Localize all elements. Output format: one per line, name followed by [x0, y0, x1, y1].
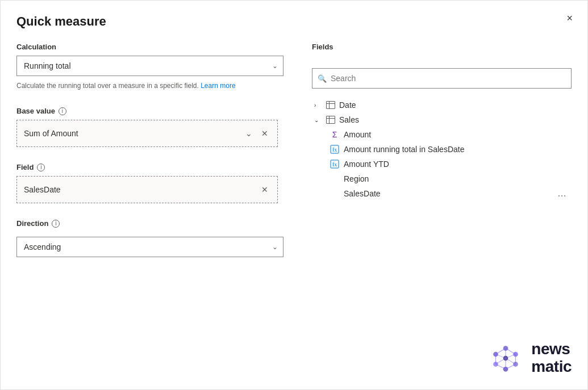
- region-spacer-icon: [330, 174, 339, 183]
- field-value-text: SalesDate: [24, 185, 255, 194]
- direction-info-icon: i: [52, 220, 60, 228]
- logo-text: news matic: [531, 341, 572, 376]
- field-clear-btn[interactable]: ✕: [259, 184, 270, 195]
- calculation-description: Calculate the running total over a measu…: [16, 81, 283, 91]
- svg-text:fx: fx: [332, 146, 337, 153]
- direction-label: Direction: [16, 219, 48, 228]
- direction-label-row: Direction i: [16, 219, 283, 232]
- sales-expand-icon[interactable]: ⌄: [314, 117, 322, 123]
- base-value-input-wrapper: Sum of Amount ⌄ ✕: [16, 120, 278, 147]
- tree-container: › Date ⌄: [312, 98, 572, 201]
- svg-text:fx: fx: [332, 161, 337, 167]
- base-value-label-row: Base value i: [16, 107, 283, 115]
- base-value-chevron-btn[interactable]: ⌄: [243, 128, 255, 139]
- calculation-select[interactable]: Running total Weighted average Maximum M…: [16, 56, 283, 76]
- region-label: Region: [344, 174, 569, 183]
- svg-line-22: [496, 349, 506, 355]
- calculation-label: Calculation: [16, 43, 283, 51]
- salesdate-spacer-icon: [330, 189, 339, 198]
- sales-children: Σ Amount fx Amount running total in Sale…: [312, 127, 572, 201]
- svg-rect-3: [327, 116, 335, 124]
- logo-hexagon: [486, 338, 526, 378]
- search-wrapper: 🔍: [312, 68, 572, 89]
- sales-table-icon: [326, 115, 336, 124]
- sales-label: Sales: [339, 115, 359, 124]
- base-value-info-icon: i: [59, 107, 66, 115]
- salesdate-label: SalesDate: [344, 189, 551, 198]
- logo-news: news: [531, 341, 572, 358]
- salesdate-more-btn[interactable]: …: [555, 189, 569, 198]
- quick-measure-dialog: × Quick measure Calculation Running tota…: [0, 0, 588, 390]
- base-value-clear-btn[interactable]: ✕: [259, 128, 270, 139]
- sigma-icon-amount: Σ: [330, 130, 339, 139]
- date-table-icon: [326, 100, 336, 110]
- direction-section: Direction i Ascending Descending ⌄: [16, 219, 283, 257]
- tree-child-amount[interactable]: Σ Amount: [328, 127, 572, 142]
- tree-child-region[interactable]: Region: [328, 171, 572, 186]
- svg-line-20: [496, 364, 506, 370]
- field-section: Field i SalesDate ✕: [16, 163, 283, 203]
- calc-icon-running: fx: [330, 145, 339, 154]
- svg-line-25: [506, 358, 516, 364]
- calculation-select-wrapper: Running total Weighted average Maximum M…: [16, 56, 283, 76]
- direction-select[interactable]: Ascending Descending: [16, 237, 283, 257]
- svg-rect-0: [327, 102, 335, 109]
- base-value-section: Base value i Sum of Amount ⌄ ✕: [16, 107, 283, 147]
- amount-ytd-label: Amount YTD: [344, 160, 569, 169]
- svg-line-27: [496, 358, 506, 364]
- amount-running-label: Amount running total in SalesDate: [344, 145, 569, 154]
- field-label-row: Field i: [16, 163, 283, 171]
- field-input-wrapper: SalesDate ✕: [16, 176, 278, 203]
- tree-item-date[interactable]: › Date: [312, 98, 572, 112]
- base-value-label: Base value: [16, 107, 55, 115]
- logo-area: news matic: [486, 338, 572, 378]
- dialog-title: Quick measure: [16, 14, 572, 29]
- tree-item-sales[interactable]: ⌄ Sales: [312, 112, 572, 127]
- calc-icon-ytd: fx: [330, 160, 339, 169]
- field-label: Field: [16, 163, 34, 171]
- svg-line-19: [506, 364, 516, 370]
- search-input[interactable]: [312, 68, 572, 89]
- learn-more-link[interactable]: Learn more: [201, 82, 235, 90]
- close-button[interactable]: ×: [563, 11, 576, 26]
- logo-matic: matic: [531, 358, 572, 376]
- search-icon: 🔍: [318, 74, 327, 83]
- content-area: Calculation Running total Weighted avera…: [16, 43, 572, 376]
- left-panel: Calculation Running total Weighted avera…: [16, 43, 306, 376]
- fields-label: Fields: [312, 43, 572, 51]
- tree-child-amount-running[interactable]: fx Amount running total in SalesDate: [328, 142, 572, 157]
- direction-select-wrapper: Ascending Descending ⌄: [16, 237, 283, 257]
- date-expand-icon[interactable]: ›: [314, 102, 322, 108]
- tree-child-salesdate[interactable]: SalesDate …: [328, 186, 572, 201]
- amount-label: Amount: [344, 130, 569, 139]
- svg-line-17: [506, 349, 516, 355]
- date-label: Date: [339, 100, 356, 110]
- tree-child-amount-ytd[interactable]: fx Amount YTD: [328, 157, 572, 171]
- right-panel: Fields 🔍 › Da: [306, 43, 572, 376]
- field-info-icon: i: [37, 163, 45, 171]
- base-value-text: Sum of Amount: [24, 129, 239, 138]
